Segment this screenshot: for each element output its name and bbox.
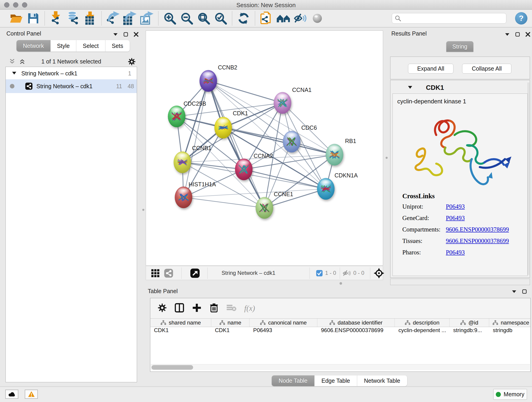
selected-checkbox-icon[interactable] bbox=[316, 270, 323, 278]
graph-node-CDKN1A: CDKN1A bbox=[317, 172, 358, 200]
toolbar-separator bbox=[158, 11, 158, 26]
save-session-icon[interactable] bbox=[25, 11, 42, 26]
section-collapse-icon[interactable] bbox=[408, 85, 413, 89]
column-header--id[interactable]: @id bbox=[450, 319, 489, 327]
cloud-icon bbox=[8, 391, 16, 397]
column-header-canonical-name[interactable]: canonical name bbox=[249, 319, 317, 327]
crosslinks-title: CrossLinks bbox=[402, 192, 509, 200]
vertical-splitter-handle[interactable] bbox=[142, 209, 144, 211]
table-cell[interactable]: CDK1 bbox=[150, 327, 211, 335]
cloud-button[interactable] bbox=[5, 390, 18, 399]
import-network-icon[interactable] bbox=[48, 11, 65, 26]
crosshair-icon[interactable] bbox=[374, 268, 384, 279]
close-panel-icon[interactable] bbox=[525, 32, 531, 37]
memory-button[interactable]: Memory bbox=[493, 389, 527, 400]
results-panel-scrollbar[interactable] bbox=[528, 83, 530, 275]
tab-string[interactable]: String bbox=[446, 41, 473, 52]
zoom-out-icon[interactable] bbox=[178, 11, 195, 26]
table-hscrollbar[interactable] bbox=[151, 364, 530, 370]
zoom-selected-icon[interactable] bbox=[212, 11, 229, 26]
zoom-in-icon[interactable] bbox=[161, 11, 178, 26]
memory-label: Memory bbox=[504, 391, 524, 398]
network-graph[interactable]: CCNB2CCNA1CDC25BCDK1CDC6RB1CCNB1CCNA2CDK… bbox=[146, 31, 383, 265]
birdseye-icon[interactable] bbox=[190, 268, 200, 279]
protein-section: CDK1 cyclin-dependent kinase 1 CrossLink… bbox=[390, 80, 530, 278]
horizontal-splitter-handle[interactable] bbox=[340, 282, 342, 285]
import-network-database-icon[interactable] bbox=[65, 11, 82, 26]
crosslink-value-link[interactable]: P06493 bbox=[446, 249, 465, 256]
tab-edge-table[interactable]: Edge Table bbox=[315, 375, 357, 386]
export-image-icon[interactable] bbox=[138, 11, 155, 26]
collapse-panel-icon[interactable] bbox=[511, 289, 517, 294]
tab-network-table[interactable]: Network Table bbox=[357, 375, 407, 386]
table-cell[interactable]: CDK1 bbox=[211, 327, 249, 335]
help-button[interactable]: ? bbox=[515, 12, 527, 25]
table-row[interactable]: CDK1CDK1P064939606.ENSP00000378699cyclin… bbox=[150, 327, 530, 335]
float-panel-icon[interactable] bbox=[515, 32, 520, 37]
zoom-fit-icon[interactable] bbox=[195, 11, 212, 26]
results-panel-scroll-strip[interactable] bbox=[390, 279, 530, 285]
table-panel-title: Table Panel bbox=[148, 288, 178, 294]
scrollbar-thumb[interactable] bbox=[152, 365, 193, 370]
expand-all-button[interactable]: Expand All bbox=[408, 64, 453, 74]
close-panel-icon[interactable] bbox=[133, 32, 139, 37]
vertical-splitter-handle[interactable] bbox=[386, 157, 388, 159]
crosslink-value-link[interactable]: 9606.ENSP00000378699 bbox=[446, 237, 509, 245]
delete-icon[interactable] bbox=[209, 303, 219, 313]
gear-icon[interactable] bbox=[128, 58, 136, 66]
column-header-description[interactable]: description bbox=[395, 319, 450, 327]
open-session-icon[interactable] bbox=[8, 11, 25, 26]
float-panel-icon[interactable] bbox=[522, 289, 527, 294]
export-network-icon[interactable] bbox=[104, 11, 121, 26]
home-icon[interactable] bbox=[275, 11, 292, 26]
add-icon[interactable] bbox=[192, 303, 202, 313]
tab-sets[interactable]: Sets bbox=[105, 40, 130, 51]
refresh-icon[interactable] bbox=[235, 11, 252, 26]
table-cell[interactable]: cyclin-dependent ... bbox=[395, 327, 450, 335]
network-from-file-icon[interactable] bbox=[258, 11, 275, 26]
tree-expand-icon[interactable] bbox=[12, 71, 17, 75]
crosslink-label: Tissues: bbox=[402, 237, 446, 245]
export-table-icon[interactable] bbox=[121, 11, 138, 26]
divider bbox=[370, 268, 370, 279]
hidden-count: 0 - 0 bbox=[353, 270, 364, 276]
tab-select[interactable]: Select bbox=[76, 40, 105, 51]
grid-view-icon[interactable] bbox=[151, 269, 160, 279]
table-cell[interactable]: 9606.ENSP00000378699 bbox=[317, 327, 395, 335]
search-input[interactable] bbox=[392, 13, 506, 24]
gear-icon[interactable] bbox=[158, 303, 167, 313]
clear-table-icon bbox=[226, 304, 236, 313]
protein-description: cyclin-dependent kinase 1 bbox=[397, 98, 466, 105]
collapse-panel-icon[interactable] bbox=[113, 32, 118, 37]
network-canvas[interactable]: CCNB2CCNA1CDC25BCDK1CDC6RB1CCNB1CCNA2CDK… bbox=[146, 31, 383, 266]
crosslink-value-link[interactable]: 9606.ENSP00000378699 bbox=[446, 226, 509, 233]
tab-network[interactable]: Network bbox=[17, 40, 51, 51]
network-edge-count: 48 bbox=[128, 83, 134, 89]
table-cell[interactable]: P06493 bbox=[249, 327, 317, 335]
table-cell[interactable]: stringdb bbox=[489, 327, 532, 335]
columns-icon[interactable] bbox=[175, 303, 184, 313]
column-header-database-identifier[interactable]: database identifier bbox=[317, 319, 395, 327]
column-header-shared-name[interactable]: shared name bbox=[150, 319, 211, 327]
status-bar: Memory bbox=[0, 386, 532, 402]
collapse-panel-icon[interactable] bbox=[505, 32, 510, 37]
svg-text:CDKN1A: CDKN1A bbox=[335, 172, 358, 179]
float-panel-icon[interactable] bbox=[123, 32, 128, 37]
hide-display-icon[interactable] bbox=[292, 11, 309, 26]
tab-style[interactable]: Style bbox=[51, 40, 76, 51]
column-header-name[interactable]: name bbox=[211, 319, 249, 327]
warning-button[interactable] bbox=[25, 390, 38, 399]
render-sphere-icon[interactable] bbox=[309, 11, 326, 26]
network-row-selected[interactable]: String Network – cdk1 11 48 bbox=[6, 79, 137, 93]
column-header-namespace[interactable]: namespace bbox=[489, 319, 532, 327]
import-table-icon[interactable] bbox=[82, 11, 99, 26]
crosslink-value-link[interactable]: P06493 bbox=[446, 203, 465, 210]
share-view-icon[interactable] bbox=[164, 268, 173, 279]
network-collection-row[interactable]: String Network – cdk1 1 bbox=[6, 67, 137, 79]
hidden-eye-icon[interactable] bbox=[342, 269, 351, 278]
table-cell[interactable]: stringdb:9... bbox=[450, 327, 489, 335]
collapse-all-button[interactable]: Collapse All bbox=[462, 64, 511, 74]
tab-node-table[interactable]: Node Table bbox=[272, 375, 315, 386]
crosslink-value-link[interactable]: P06493 bbox=[446, 215, 465, 222]
crosslink-label: Uniprot: bbox=[402, 203, 446, 210]
